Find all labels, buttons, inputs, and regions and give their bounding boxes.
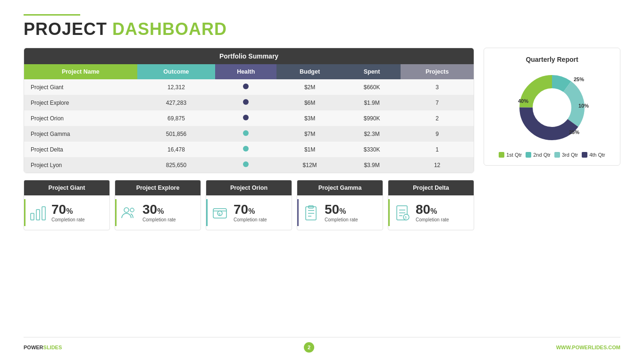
table-row: Project Giant 12,312 $2M $660K 3 [24, 79, 474, 95]
cell-outcome: 69,875 [137, 110, 216, 126]
completion-label: Completion rate [142, 217, 176, 222]
svg-point-3 [124, 208, 129, 212]
card-accent-line [297, 199, 299, 226]
health-dot [243, 146, 249, 152]
footer-brand-slides: SLIDES [43, 345, 62, 350]
donut-hole [534, 90, 570, 126]
legend-label-2nd: 2nd Qtr [533, 152, 551, 158]
cell-outcome: 16,478 [137, 142, 216, 157]
project-card: Project Explore 30% Completion rate [115, 180, 201, 230]
health-dot [243, 99, 249, 105]
legend-label-4th: 4th Qtr [589, 152, 605, 158]
completion-label: Completion rate [325, 217, 358, 222]
left-column: Portfolio Summary Project Name Outcome H… [24, 48, 474, 333]
card-icon [29, 204, 47, 222]
card-stats: 30% Completion rate [142, 203, 176, 222]
footer-page-number: 2 [304, 342, 314, 353]
cell-budget: $1M [276, 142, 343, 157]
legend-color-4th [582, 152, 587, 158]
cell-health [215, 157, 276, 173]
completion-percent: 70% [51, 203, 85, 216]
card-icon [120, 204, 138, 222]
project-card: Project Orion $ 70% Completion rate [206, 180, 292, 230]
col-header-spent: Spent [343, 64, 401, 79]
svg-text:$: $ [405, 216, 407, 219]
cell-projects: 1 [401, 142, 474, 157]
project-card-body: $ 80% Completion rate [388, 195, 474, 230]
card-icon: $ [393, 204, 411, 222]
cell-projects: 2 [401, 110, 474, 126]
table-row: Project Explore 427,283 $6M $1.9M 7 [24, 95, 474, 110]
completion-percent: 30% [142, 203, 176, 216]
cell-projects: 3 [401, 79, 474, 95]
legend-3rd-qtr: 3rd Qtr [554, 152, 578, 158]
page-container: PROJECT DASHBOARD Portfolio Summary Proj… [0, 0, 644, 362]
header-section: PROJECT DASHBOARD [24, 14, 620, 39]
card-accent-line [115, 199, 117, 226]
project-card: Project Delta $ 80% Completion rate [388, 180, 474, 230]
cell-health [215, 79, 276, 95]
completion-percent: 50% [325, 203, 358, 216]
completion-label: Completion rate [234, 217, 267, 222]
header-accent-line [24, 14, 80, 16]
health-dot [243, 84, 249, 89]
cell-spent: $3.9M [343, 157, 401, 173]
project-card-header: Project Explore [115, 180, 201, 195]
legend-color-1st [499, 152, 504, 158]
cell-project-name: Project Gamma [24, 126, 137, 142]
footer: POWERSLIDES 2 WWW.POWERLIDES.COM [24, 337, 620, 353]
cell-budget: $7M [276, 126, 343, 142]
donut-chart: 25% 10% 25% 40% [514, 70, 590, 145]
main-content: Portfolio Summary Project Name Outcome H… [24, 48, 620, 333]
footer-brand: POWERSLIDES [24, 345, 62, 350]
legend-color-2nd [526, 152, 531, 158]
completion-percent: 70% [234, 203, 267, 216]
cell-outcome: 12,312 [137, 79, 216, 95]
table-row: Project Lyon 825,650 $12M $3.9M 12 [24, 157, 474, 173]
col-header-budget: Budget [276, 64, 343, 79]
quarterly-title: Quarterly Report [526, 56, 578, 63]
card-stats: 70% Completion rate [234, 203, 267, 222]
health-dot [243, 161, 249, 167]
legend-4th-qtr: 4th Qtr [582, 152, 605, 158]
table-row: Project Orion 69,875 $3M $990K 2 [24, 110, 474, 126]
cell-project-name: Project Giant [24, 79, 137, 95]
cell-health [215, 126, 276, 142]
table-row: Project Gamma 501,856 $7M $2.3M 9 [24, 126, 474, 142]
cell-projects: 7 [401, 95, 474, 110]
col-header-projects: Projects [401, 64, 474, 79]
cell-budget: $12M [276, 157, 343, 173]
cell-project-name: Project Delta [24, 142, 137, 157]
health-dot [243, 130, 249, 136]
cell-health [215, 95, 276, 110]
project-card-header: Project Orion [206, 180, 292, 195]
completion-label: Completion rate [416, 217, 449, 222]
cell-outcome: 825,650 [137, 157, 216, 173]
legend-1st-qtr: 1st Qtr [499, 152, 522, 158]
page-title: PROJECT DASHBOARD [24, 19, 620, 39]
cell-projects: 9 [401, 126, 474, 142]
cell-project-name: Project Explore [24, 95, 137, 110]
project-card-body: $ 70% Completion rate [206, 195, 292, 230]
svg-text:$: $ [218, 212, 221, 216]
right-column: Quarterly Report [484, 48, 620, 333]
footer-brand-power: POWER [24, 345, 43, 350]
table-body: Project Giant 12,312 $2M $660K 3 Project… [24, 79, 474, 173]
cell-budget: $6M [276, 95, 343, 110]
label-10: 10% [578, 103, 589, 109]
legend-2nd-qtr: 2nd Qtr [526, 152, 551, 158]
svg-rect-2 [42, 207, 45, 220]
card-icon [302, 204, 320, 222]
cell-outcome: 427,283 [137, 95, 216, 110]
svg-point-4 [130, 208, 134, 212]
title-project: PROJECT [24, 19, 107, 39]
card-stats: 50% Completion rate [325, 203, 358, 222]
cell-budget: $2M [276, 79, 343, 95]
cell-project-name: Project Lyon [24, 157, 137, 173]
cell-spent: $1.9M [343, 95, 401, 110]
project-card-header: Project Delta [388, 180, 474, 195]
footer-url: WWW.POWERLIDES.COM [556, 345, 620, 350]
cell-health [215, 142, 276, 157]
project-card: Project Gamma 50% Completion rate [297, 180, 383, 230]
cell-health [215, 110, 276, 126]
